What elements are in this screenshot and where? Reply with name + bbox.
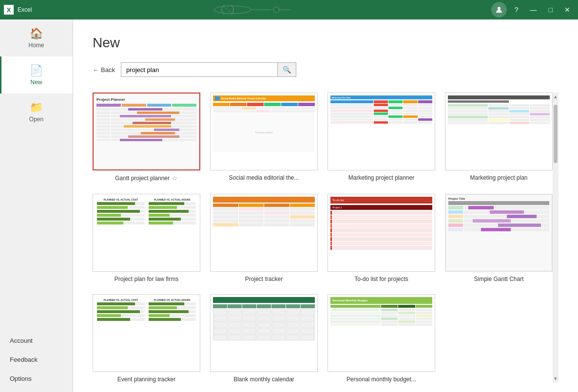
search-bar: ← Back 🔍 — [93, 62, 559, 77]
close-button[interactable]: ✕ — [560, 5, 574, 15]
template-card-todo-list-projects[interactable]: To-do list Project 1 — [328, 194, 435, 282]
scrollbar-arrow-up[interactable]: ▲ — [553, 93, 559, 101]
template-thumb-marketing-project-planner: Marketing Plan Data — [328, 93, 435, 170]
sidebar-item-home[interactable]: 🏠 Home — [0, 19, 73, 56]
template-card-event-planning-tracker[interactable]: PLANNED VS. ACTUAL COST — [93, 294, 200, 383]
svg-point-6 — [498, 7, 501, 10]
grid-with-scrollbar: Project Planner — [93, 93, 559, 383]
user-icon — [495, 6, 503, 14]
ribbon-decoration — [213, 5, 310, 15]
new-icon: 📄 — [30, 64, 43, 77]
template-thumb-simple-gantt-chart: Project Title — [445, 194, 553, 272]
sidebar-item-new[interactable]: 📄 New — [0, 56, 73, 93]
template-label-personal-monthly-budget: Personal monthly budget... — [347, 376, 416, 383]
template-thumb-blank-monthly-calendar — [210, 294, 318, 372]
sidebar: 🏠 Home 📄 New 📁 Open Account Feedback Opt… — [0, 19, 73, 392]
excel-logo: X — [4, 5, 14, 15]
page-title: New — [93, 35, 559, 51]
search-input[interactable] — [121, 63, 277, 76]
template-label-gantt-project-planner: Gantt project planner — [115, 175, 170, 182]
sidebar-bottom: Account Feedback Options — [0, 331, 73, 392]
open-icon: 📁 — [30, 101, 43, 114]
app-name: Excel — [18, 6, 32, 13]
user-icon-btn[interactable] — [491, 2, 507, 18]
templates-grid: Project Planner — [93, 93, 553, 383]
template-label-project-tracker: Project tracker — [245, 276, 283, 282]
sidebar-item-open[interactable]: 📁 Open — [0, 93, 73, 131]
template-thumb-todo-list-projects: To-do list Project 1 — [328, 194, 435, 272]
search-input-wrap: 🔍 — [121, 62, 296, 77]
template-card-marketing-project-plan[interactable]: Marketing project plan — [445, 93, 553, 182]
template-label-social-media-editorial: Social media editorial the... — [229, 174, 299, 181]
titlebar-left: X Excel — [4, 5, 32, 15]
sidebar-label-home: Home — [28, 42, 44, 49]
template-thumb-project-plan-law-firms: PLANNED VS. ACTUAL COST — [93, 194, 200, 272]
sidebar-item-feedback[interactable]: Feedback — [0, 350, 73, 369]
scrollbar-arrow-down[interactable]: ▼ — [553, 374, 559, 383]
scrollbar-track: ▲ ▼ — [553, 93, 559, 383]
main-layout: 🏠 Home 📄 New 📁 Open Account Feedback Opt… — [0, 19, 578, 392]
template-thumb-project-tracker — [210, 194, 318, 272]
template-label-event-planning-tracker: Event planning tracker — [117, 376, 175, 383]
titlebar: X Excel ? — □ ✕ — [0, 0, 578, 19]
template-card-social-media-editorial[interactable]: Social Media Editorial Theme Calendar — [210, 93, 318, 182]
sidebar-item-options[interactable]: Options — [0, 369, 73, 388]
template-thumb-marketing-project-plan — [445, 93, 553, 170]
favorite-icon-gantt-project-planner[interactable]: ☆ — [172, 174, 178, 182]
template-card-blank-monthly-calendar[interactable]: Blank monthly calendar — [210, 294, 318, 383]
template-label-marketing-project-plan: Marketing project plan — [470, 174, 527, 181]
template-label-simple-gantt-chart: Simple Gantt Chart — [474, 276, 523, 282]
template-card-personal-monthly-budget[interactable]: Personal Monthly Budget — [328, 294, 435, 383]
template-thumb-social-media-editorial: Social Media Editorial Theme Calendar — [210, 93, 318, 170]
scrollbar-thumb[interactable] — [554, 105, 558, 163]
sidebar-item-account[interactable]: Account — [0, 331, 73, 350]
template-thumb-personal-monthly-budget: Personal Monthly Budget — [328, 294, 435, 372]
back-label: Back — [101, 66, 115, 74]
template-thumb-event-planning-tracker: PLANNED VS. ACTUAL COST — [93, 294, 200, 372]
gantt-visual: Project Planner — [94, 93, 199, 169]
home-icon: 🏠 — [30, 27, 43, 40]
ribbon-icons — [213, 5, 310, 15]
back-button[interactable]: ← Back — [93, 66, 115, 74]
content-area: New ← Back 🔍 Project Planne — [73, 19, 578, 392]
search-icon: 🔍 — [283, 66, 291, 74]
titlebar-right: ? — □ ✕ — [491, 2, 574, 18]
template-label-project-plan-law-firms: Project plan for law firms — [115, 276, 178, 282]
template-label-todo-list-projects: To-do list for projects — [354, 276, 408, 282]
help-button[interactable]: ? — [511, 5, 522, 15]
template-label-marketing-project-planner: Marketing project planner — [348, 174, 414, 181]
template-card-simple-gantt-chart[interactable]: Project Title — [445, 194, 553, 282]
template-card-gantt-project-planner[interactable]: Project Planner — [93, 93, 200, 182]
template-card-project-tracker[interactable]: Project tracker — [210, 194, 318, 282]
restore-button[interactable]: □ — [545, 5, 557, 15]
template-label-blank-monthly-calendar: Blank monthly calendar — [233, 376, 294, 383]
svg-line-5 — [224, 7, 231, 13]
minimize-button[interactable]: — — [526, 5, 541, 15]
svg-point-2 — [273, 7, 279, 13]
sidebar-label-open: Open — [29, 116, 43, 123]
template-thumb-gantt-project-planner: Project Planner — [93, 93, 200, 170]
back-arrow-icon: ← — [93, 66, 99, 74]
sidebar-top: 🏠 Home 📄 New 📁 Open — [0, 19, 73, 331]
sidebar-label-new: New — [30, 79, 42, 86]
template-card-project-plan-law-firms[interactable]: PLANNED VS. ACTUAL COST — [93, 194, 200, 282]
search-button[interactable]: 🔍 — [277, 63, 296, 76]
titlebar-center — [32, 5, 491, 15]
template-card-marketing-project-planner[interactable]: Marketing Plan Data — [328, 93, 435, 182]
